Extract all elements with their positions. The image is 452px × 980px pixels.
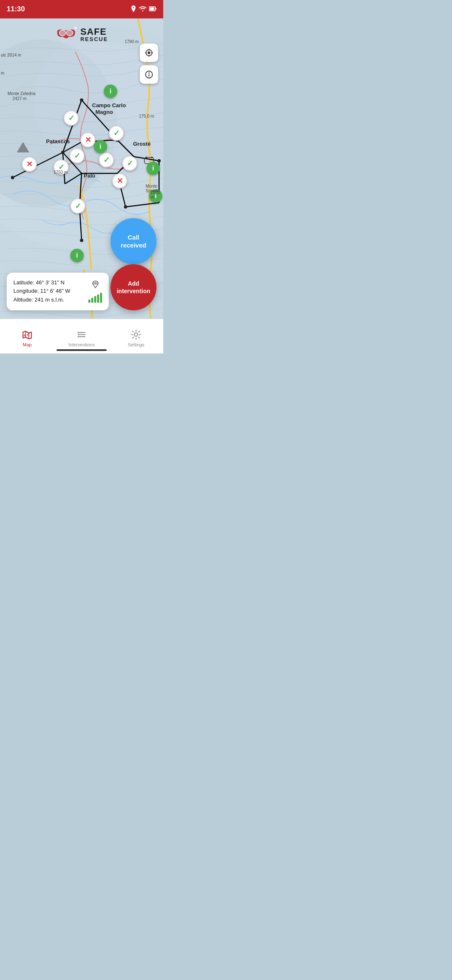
patascos-label: Patascos bbox=[46, 138, 70, 144]
alt-1750-label: 1750 m bbox=[54, 170, 67, 175]
monte-spinale-alt: 2103 m bbox=[151, 190, 163, 199]
map-nav-label: Map bbox=[23, 342, 31, 347]
bar-3 bbox=[94, 296, 96, 303]
bar-1 bbox=[88, 299, 90, 303]
nav-tab-map[interactable]: Map bbox=[0, 325, 54, 347]
svg-point-30 bbox=[11, 176, 14, 179]
marker-x-3 bbox=[112, 173, 127, 188]
campo-carlo-label: Campo Carlo bbox=[92, 102, 126, 108]
m-label: m bbox=[1, 71, 4, 75]
uic-label: uic 2614 m bbox=[1, 53, 21, 57]
svg-rect-39 bbox=[75, 27, 76, 29]
bar-5 bbox=[100, 293, 102, 303]
logo-rescue: RESCUE bbox=[80, 36, 108, 42]
marker-check-7 bbox=[70, 199, 85, 214]
monte-zeledria-alt: 2427 m bbox=[13, 96, 26, 101]
magno-label: Magno bbox=[95, 109, 113, 115]
svg-point-35 bbox=[151, 157, 153, 158]
map-container[interactable]: SAFE RESCUE Campo Carlo Magno Patasco bbox=[0, 18, 163, 319]
svg-point-29 bbox=[124, 205, 127, 209]
marker-check-1 bbox=[64, 111, 79, 126]
signal-pin-icon bbox=[91, 280, 100, 290]
settings-nav-icon bbox=[130, 329, 142, 340]
add-intervention-label: Addintervention bbox=[117, 280, 150, 295]
info-button[interactable] bbox=[140, 65, 158, 84]
marker-x-2 bbox=[22, 157, 37, 172]
svg-point-25 bbox=[61, 151, 64, 154]
signal-indicator bbox=[88, 280, 102, 303]
add-intervention-button[interactable]: Addintervention bbox=[110, 264, 157, 310]
svg-point-58 bbox=[78, 336, 79, 338]
status-icons bbox=[131, 5, 157, 13]
home-indicator bbox=[56, 349, 107, 351]
signal-bars bbox=[88, 291, 102, 303]
nav-tab-settings[interactable]: Settings bbox=[109, 325, 163, 347]
svg-point-34 bbox=[146, 157, 147, 158]
battery-status-icon bbox=[149, 6, 157, 13]
logo-safe: SAFE bbox=[80, 27, 108, 36]
svg-point-28 bbox=[157, 159, 161, 162]
marker-info-2: i bbox=[146, 162, 160, 175]
call-received-label: Callreceived bbox=[121, 233, 146, 250]
marker-check-4 bbox=[99, 152, 114, 168]
interventions-nav-label: Interventions bbox=[69, 342, 95, 347]
svg-point-57 bbox=[78, 334, 79, 335]
bar-4 bbox=[97, 294, 99, 303]
bar-2 bbox=[91, 298, 93, 303]
status-bar: 11:30 bbox=[0, 0, 163, 18]
longitude-text: Longitude: 11° 6' 46" W bbox=[13, 287, 70, 296]
alt-175-label: 175,0 m bbox=[139, 114, 154, 119]
nav-tab-interventions[interactable]: Interventions bbox=[54, 325, 109, 347]
app-logo: SAFE RESCUE bbox=[55, 27, 108, 42]
logo-goggle-icon bbox=[55, 27, 77, 42]
settings-nav-label: Settings bbox=[128, 342, 144, 347]
svg-point-26 bbox=[80, 98, 83, 102]
svg-point-31 bbox=[80, 239, 83, 242]
svg-rect-2 bbox=[150, 8, 154, 10]
svg-point-56 bbox=[78, 332, 79, 333]
gps-info-card: Latitude: 46° 3' 31" N Longitude: 11° 6'… bbox=[7, 273, 109, 310]
marker-check-2 bbox=[109, 126, 124, 141]
map-controls bbox=[140, 44, 158, 84]
call-received-button[interactable]: Callreceived bbox=[110, 218, 157, 264]
svg-point-36 bbox=[59, 30, 66, 36]
location-status-icon bbox=[131, 5, 136, 13]
svg-point-51 bbox=[27, 334, 29, 335]
svg-point-37 bbox=[67, 30, 73, 36]
svg-rect-1 bbox=[156, 8, 157, 10]
palu-label: Palù bbox=[84, 173, 95, 179]
gps-text: Latitude: 46° 3' 31" N Longitude: 11° 6'… bbox=[13, 279, 70, 304]
monte-zeledria-label: Monte Zeledria bbox=[8, 91, 36, 96]
marker-check-5 bbox=[122, 156, 137, 171]
status-time: 11:30 bbox=[7, 5, 25, 13]
groste-label: Grosté bbox=[133, 141, 151, 147]
marker-info-top: i bbox=[94, 140, 107, 153]
bottom-navigation: Map Interventions Settings bbox=[0, 319, 163, 353]
interventions-nav-icon bbox=[76, 329, 87, 340]
marker-info-4: i bbox=[70, 249, 84, 262]
svg-point-59 bbox=[134, 333, 138, 336]
altitude-text: Altitude: 241 m s.l.m. bbox=[13, 296, 70, 304]
map-nav-icon bbox=[21, 329, 33, 340]
marker-check-3 bbox=[69, 148, 85, 163]
logo-text: SAFE RESCUE bbox=[80, 27, 108, 42]
latitude-text: Latitude: 46° 3' 31" N bbox=[13, 279, 70, 287]
wifi-status-icon bbox=[139, 6, 146, 13]
location-button[interactable] bbox=[140, 44, 158, 62]
svg-point-41 bbox=[148, 52, 150, 54]
marker-x-1 bbox=[80, 132, 95, 147]
alt-1790-label: 1790 m bbox=[125, 39, 139, 44]
marker-info-1: i bbox=[104, 85, 117, 98]
